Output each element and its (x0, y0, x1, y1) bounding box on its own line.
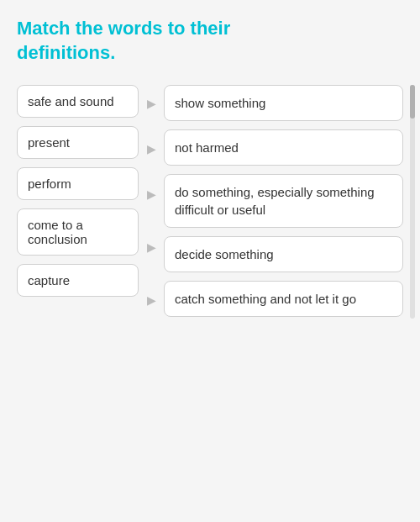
def-show-something[interactable]: show something (164, 85, 403, 121)
def-decide-something[interactable]: decide something (164, 236, 403, 272)
arrow-0: ▶ (139, 85, 164, 122)
arrow-2: ▶ (139, 176, 164, 213)
word-capture[interactable]: capture (17, 264, 139, 297)
definitions-column: show something not harmed do something, … (164, 85, 403, 319)
scrollbar-thumb[interactable] (410, 85, 415, 119)
def-do-something[interactable]: do something, especially something diffi… (164, 174, 403, 228)
page-title: Match the words to their definitions. (17, 17, 403, 65)
matching-area: safe and sound present perform come to a… (17, 85, 403, 319)
word-come-to-a-conclusion[interactable]: come to a conclusion (17, 208, 139, 256)
word-perform[interactable]: perform (17, 167, 139, 200)
def-not-harmed[interactable]: not harmed (164, 129, 403, 166)
scrollbar-track[interactable] (410, 85, 415, 319)
arrow-1: ▶ (139, 130, 164, 167)
word-present[interactable]: present (17, 126, 139, 159)
arrows-column: ▶ ▶ ▶ ▶ ▶ (139, 85, 164, 319)
arrow-4: ▶ (139, 282, 164, 319)
word-safe-and-sound[interactable]: safe and sound (17, 85, 139, 118)
words-column: safe and sound present perform come to a… (17, 85, 139, 319)
def-catch-something[interactable]: catch something and not let it go (164, 281, 403, 317)
arrow-3: ▶ (139, 221, 164, 273)
